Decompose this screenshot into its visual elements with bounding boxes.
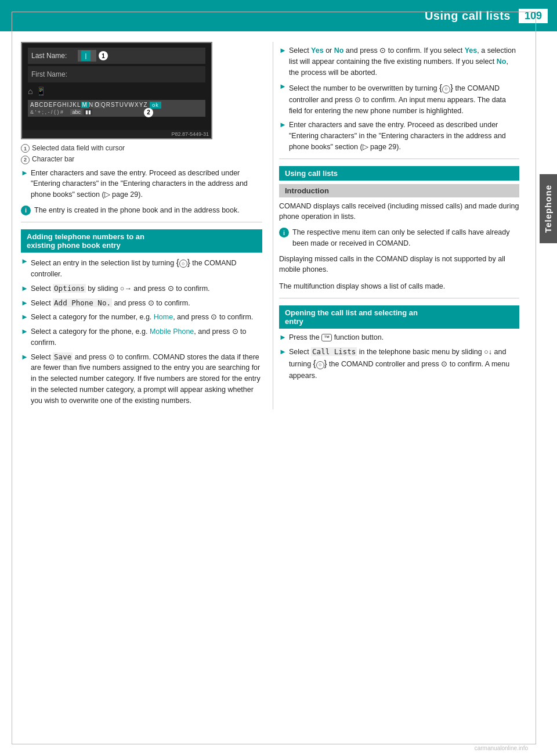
bullet-select-save: ► Select Save and press ⊙ to confirm. CO… bbox=[21, 352, 262, 406]
info-text-r1: The respective menu item can only be sel… bbox=[292, 227, 519, 249]
section-header-adding-text: Adding telephone numbers to anexisting p… bbox=[27, 232, 144, 250]
bullet-text-select-category: Select a category for the number, e.g. H… bbox=[31, 312, 253, 323]
phone-icon-mobile: 📱 bbox=[36, 87, 46, 96]
arrow-icon: ► bbox=[21, 168, 28, 177]
phone-field-firstname: First Name: bbox=[28, 66, 205, 82]
left-column: Last Name: | 1 First Name: ⌂ 📱 bbox=[0, 42, 273, 409]
bullet-enter-chars-r: ► Enter characters and save the entry. P… bbox=[279, 120, 519, 152]
header-title: Using call lists bbox=[425, 9, 511, 23]
info-icon-r1: i bbox=[279, 228, 289, 237]
info-icon-top: i bbox=[21, 206, 31, 215]
bullet-select-number: ► Select the number to be overwritten by… bbox=[279, 81, 519, 116]
bullet-text-select-yes-no: Select Yes or No and press ⊙ to confirm.… bbox=[289, 45, 519, 78]
char-bar-special: & ' + ; , - / ( ) # abc ▮▮ bbox=[30, 109, 203, 115]
bullet-text-select-call-lists: Select Call Lists in the telephone basic… bbox=[289, 347, 519, 381]
circle-num-1: 1 bbox=[21, 144, 30, 153]
bullet-text-press-tel: Press the ™ function button. bbox=[289, 332, 384, 343]
page-border-bottom bbox=[12, 744, 536, 744]
field-label-lastname: Last Name: bbox=[31, 52, 78, 60]
fig-caption-text-2: Character bar bbox=[32, 155, 74, 163]
info-box-r1: i The respective menu item can only be s… bbox=[279, 227, 519, 249]
watermark: carmanualonline.info bbox=[475, 745, 528, 751]
bullet-press-tel: ► Press the ™ function button. bbox=[279, 332, 519, 343]
right-column: ► Select Yes or No and press ⊙ to confir… bbox=[273, 42, 540, 409]
divider-r2 bbox=[279, 298, 519, 298]
bullet-text-select-phone-cat: Select a category for the phone, e.g. Mo… bbox=[31, 326, 262, 348]
bullet-text-select-number: Select the number to be overwritten by t… bbox=[289, 81, 519, 116]
header-bar: Using call lists 109 bbox=[0, 0, 557, 31]
section-header-call-lists: Using call lists bbox=[279, 166, 519, 181]
badge-2: 2 bbox=[144, 108, 153, 117]
fig-caption-1: 1 Selected data field with cursor bbox=[21, 144, 262, 153]
arrow-icon-r4: ► bbox=[279, 333, 287, 341]
phone-icon-home: ⌂ bbox=[28, 87, 32, 96]
bullet-select-yes-no: ► Select Yes or No and press ⊙ to confir… bbox=[279, 45, 519, 78]
fig-caption-2: 2 Character bar bbox=[21, 155, 262, 164]
bullet-select-phone-cat: ► Select a category for the phone, e.g. … bbox=[21, 326, 262, 348]
arrow-icon-5: ► bbox=[21, 312, 28, 321]
arrow-icon-r2: ► bbox=[279, 82, 287, 91]
sub-header-text: Introduction bbox=[285, 186, 329, 195]
bullet-text-select-entry: Select an entry in the selection list by… bbox=[31, 256, 262, 280]
arrow-icon-r5: ► bbox=[279, 347, 287, 356]
section-header-open-call-list: Opening the call list and selecting anen… bbox=[279, 305, 519, 329]
bullet-text-select-options: Select Options by sliding ○→ and press ⊙… bbox=[31, 283, 210, 294]
arrow-icon-7: ► bbox=[21, 352, 28, 361]
phone-screen: Last Name: | 1 First Name: ⌂ 📱 bbox=[21, 42, 212, 139]
section-header-adding: Adding telephone numbers to anexisting p… bbox=[21, 229, 262, 253]
arrow-icon-4: ► bbox=[21, 298, 28, 307]
arrow-icon-2: ► bbox=[21, 257, 28, 265]
footer-text-r: The multifunction display shows a list o… bbox=[279, 281, 519, 292]
char-highlighted: M bbox=[81, 102, 89, 108]
arrow-icon-6: ► bbox=[21, 327, 28, 336]
divider-r1 bbox=[279, 159, 519, 159]
cursor-box: | bbox=[81, 51, 91, 61]
main-content: Last Name: | 1 First Name: ⌂ 📱 bbox=[0, 31, 557, 409]
bullet-select-category: ► Select a category for the number, e.g.… bbox=[21, 312, 262, 323]
field-value-lastname: | bbox=[78, 50, 96, 62]
arrow-icon-r1: ► bbox=[279, 46, 287, 55]
side-tab: Telephone bbox=[540, 174, 557, 243]
circle-num-2: 2 bbox=[21, 156, 30, 164]
info-box-top: i The entry is created in the phone book… bbox=[21, 205, 262, 216]
page-border-left bbox=[12, 12, 12, 744]
bullet-enter-chars: ► Enter characters and save the entry. P… bbox=[21, 168, 262, 200]
section-header-call-lists-text: Using call lists bbox=[285, 169, 338, 178]
sub-header-introduction: Introduction bbox=[279, 184, 519, 197]
badge-1: 1 bbox=[99, 51, 108, 60]
phone-field-lastname: Last Name: | 1 bbox=[28, 48, 205, 64]
field-label-firstname: First Name: bbox=[31, 70, 78, 78]
bullet-select-options: ► Select Options by sliding ○→ and press… bbox=[21, 283, 262, 294]
page-border-right bbox=[536, 12, 536, 744]
bullet-text-select-save: Select Save and press ⊙ to confirm. COMA… bbox=[31, 352, 262, 406]
char-bar: ABCDEFGHIJKLMNOQRSTUVWXYZ ok & ' + ; , -… bbox=[28, 100, 205, 117]
bullet-text-enter-chars-r: Enter characters and save the entry. Pro… bbox=[289, 120, 519, 152]
page-number: 109 bbox=[519, 9, 548, 23]
bullet-text-enter-chars: Enter characters and save the entry. Pro… bbox=[31, 168, 262, 200]
ok-button: ok bbox=[150, 102, 161, 109]
fig-caption-text-1: Selected data field with cursor bbox=[32, 144, 125, 152]
page-border-top bbox=[12, 12, 536, 12]
section-header-open-call-list-text: Opening the call list and selecting anen… bbox=[285, 308, 418, 326]
phone-footer: P82.87-5449-31 bbox=[22, 130, 211, 138]
info-text-r2: Displaying missed calls in the COMAND di… bbox=[279, 254, 519, 276]
phone-screen-inner: Last Name: | 1 First Name: ⌂ 📱 bbox=[22, 43, 211, 130]
bullet-text-add-phone-no: Select Add Phone No. and press ⊙ to conf… bbox=[31, 298, 190, 309]
phone-icons-row: ⌂ 📱 bbox=[28, 85, 205, 98]
bullet-add-phone-no: ► Select Add Phone No. and press ⊙ to co… bbox=[21, 298, 262, 309]
arrow-icon-3: ► bbox=[21, 284, 28, 293]
bullet-select-call-lists: ► Select Call Lists in the telephone bas… bbox=[279, 347, 519, 381]
intro-text: COMAND displays calls received (includin… bbox=[279, 201, 519, 223]
divider-1 bbox=[21, 222, 262, 222]
char-bar-text: ABCDEFGHIJKLMNOQRSTUVWXYZ ok bbox=[30, 102, 203, 108]
arrow-icon-r3: ► bbox=[279, 120, 287, 129]
bullet-select-entry: ► Select an entry in the selection list … bbox=[21, 256, 262, 280]
info-text-top: The entry is created in the phone book a… bbox=[34, 205, 240, 216]
